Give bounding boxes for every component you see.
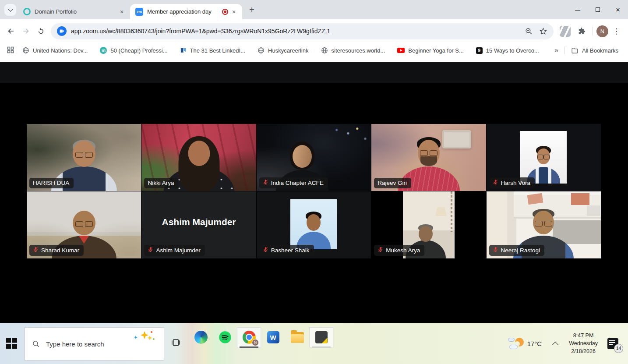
participant-tile-mukesh-arya[interactable]: Mukesh Arya — [371, 191, 486, 258]
bookmark-item[interactable]: Beginner Yoga for S... — [397, 47, 463, 54]
participant-tile-sharad-kumar[interactable]: Sharad Kumar — [27, 191, 141, 258]
bookmark-item[interactable]: m 50 (Cheap!) Professi... — [100, 47, 167, 54]
participant-tile-india-chapter-acfe[interactable]: India Chapter ACFE — [257, 124, 371, 191]
edge-button[interactable] — [189, 327, 213, 347]
zoom-out-button[interactable] — [525, 27, 533, 35]
clock-button[interactable]: 8:47 PM Wednesday 2/18/2026 — [569, 332, 598, 355]
search-placeholder: Type here to search — [46, 340, 104, 348]
youtube-icon — [397, 48, 405, 53]
mic-muted-icon — [33, 247, 39, 254]
back-button[interactable] — [4, 24, 18, 39]
profile-avatar[interactable]: N — [596, 25, 608, 37]
mic-muted-icon — [263, 179, 268, 186]
close-icon[interactable]: × — [118, 8, 126, 16]
mic-muted-icon — [493, 179, 498, 186]
participant-tile-ashim-majumder[interactable]: Ashim Majumder Ashim Majumder — [141, 191, 256, 258]
participant-tile-harsh-vora[interactable]: Harsh Vora — [487, 124, 601, 191]
participant-tile-rajeev-giri[interactable]: Rajeev Giri — [371, 124, 486, 191]
start-button[interactable] — [6, 338, 17, 349]
participant-nameplate: Harsh Vora — [489, 177, 535, 188]
globe-icon — [22, 47, 29, 54]
window-controls: — ✕ — [568, 0, 628, 19]
close-icon[interactable]: × — [230, 8, 238, 16]
apps-grid-icon[interactable] — [7, 46, 14, 55]
camera-permission-icon[interactable] — [57, 26, 67, 36]
bookmark-label: siteresources.world... — [332, 47, 385, 54]
participant-person — [295, 212, 332, 249]
close-window-button[interactable]: ✕ — [608, 0, 628, 19]
chrome-profile-badge: N — [252, 339, 259, 346]
reload-button[interactable] — [33, 24, 48, 39]
participant-tile-nikki-arya[interactable]: Nikki Arya — [141, 124, 256, 191]
recording-indicator-icon — [222, 9, 228, 15]
tab-search-button[interactable] — [4, 4, 16, 16]
scene-decoration — [435, 207, 447, 216]
dark-app-icon — [315, 331, 328, 343]
bookmark-item[interactable]: siteresources.world... — [321, 47, 385, 54]
browser-toolbar: app.zoom.us/wc/88036360743/join?fromPWA=… — [0, 19, 628, 43]
bookmark-item[interactable]: 9 15 Ways to Overco... — [476, 47, 539, 54]
tab-title: Domain Portfolio — [35, 8, 118, 15]
folder-icon — [571, 47, 579, 54]
forward-button[interactable] — [18, 24, 33, 39]
participant-nameplate: HARISH DUA — [29, 178, 74, 188]
tab-member-appreciation-day[interactable]: zm Member appreciation day × — [130, 4, 242, 19]
address-bar[interactable]: app.zoom.us/wc/88036360743/join?fromPWA=… — [51, 23, 554, 39]
temperature-label[interactable]: 17°C — [527, 340, 542, 347]
search-highlights-sparkle-icon — [132, 330, 155, 345]
tab-domain-portfolio[interactable]: Domain Portfolio × — [18, 4, 130, 19]
tab-title: Member appreciation day — [147, 8, 220, 15]
dark-app-button[interactable] — [309, 327, 333, 347]
blue-book-icon — [180, 47, 187, 54]
clock-date: 2/18/2026 — [569, 347, 598, 355]
zoom-meeting-topbar — [0, 62, 628, 83]
cloud-icon — [509, 345, 518, 349]
bookmark-label: Huskycareerlink — [268, 47, 308, 54]
participant-name: Sharad Kumar — [41, 247, 79, 254]
extension-badge-icon[interactable] — [560, 26, 571, 37]
taskbar-app-icons: N — [189, 327, 333, 347]
extensions-button[interactable] — [574, 24, 589, 39]
participant-grid: HARISH DUA Nikki Arya — [27, 124, 601, 258]
weather-button[interactable] — [508, 337, 524, 350]
participant-nameplate: India Chapter ACFE — [259, 177, 328, 188]
scene-decoration — [451, 191, 452, 232]
bookmark-label: The 31 Best LinkedI... — [190, 47, 245, 54]
participant-tile-harish-dua[interactable]: HARISH DUA — [27, 124, 141, 191]
participant-tile-neeraj-rastogi[interactable]: Neeraj Rastogi — [487, 191, 601, 258]
notification-center-button[interactable]: 14 — [607, 338, 618, 349]
chrome-button[interactable]: N — [237, 327, 261, 347]
bookmark-item[interactable]: Huskycareerlink — [258, 47, 308, 54]
godaddy-icon — [23, 8, 31, 15]
maximize-icon — [596, 7, 600, 12]
page-top-strip — [0, 58, 628, 62]
mic-muted-icon — [378, 247, 383, 254]
bookmark-item[interactable]: United Nations: Dev... — [22, 47, 88, 54]
spotify-button[interactable] — [213, 327, 237, 347]
bookmarks-overflow-button[interactable]: » — [554, 46, 558, 54]
maximize-button[interactable] — [588, 0, 608, 19]
task-view-button[interactable] — [171, 338, 181, 350]
taskbar-search-input[interactable]: Type here to search — [25, 327, 164, 360]
minimize-button[interactable]: — — [568, 0, 588, 19]
clock-day: Wednesday — [569, 339, 598, 347]
puzzle-icon — [577, 27, 586, 35]
m-circle-icon: m — [100, 47, 107, 54]
tray-chevron-up-icon[interactable] — [552, 341, 558, 347]
bookmark-label: United Nations: Dev... — [33, 47, 88, 54]
all-bookmarks-button[interactable]: All Bookmarks — [571, 47, 618, 54]
magnifier-minus-icon — [525, 27, 533, 35]
bookmark-star-button[interactable] — [539, 27, 547, 35]
participant-tile-basheer-shaik[interactable]: Basheer Shaik — [257, 191, 371, 258]
new-tab-button[interactable]: + — [246, 4, 258, 16]
bookmark-item[interactable]: The 31 Best LinkedI... — [180, 47, 245, 54]
word-button[interactable] — [261, 327, 285, 347]
spotify-icon — [219, 331, 232, 344]
file-explorer-icon — [291, 332, 304, 343]
chevron-down-icon — [8, 7, 13, 11]
bookmarks-divider — [16, 46, 16, 54]
file-explorer-button[interactable] — [285, 327, 309, 347]
mic-muted-icon — [148, 247, 153, 254]
participant-name: Neeraj Rastogi — [501, 247, 540, 254]
menu-button[interactable]: ⋮ — [613, 27, 620, 36]
